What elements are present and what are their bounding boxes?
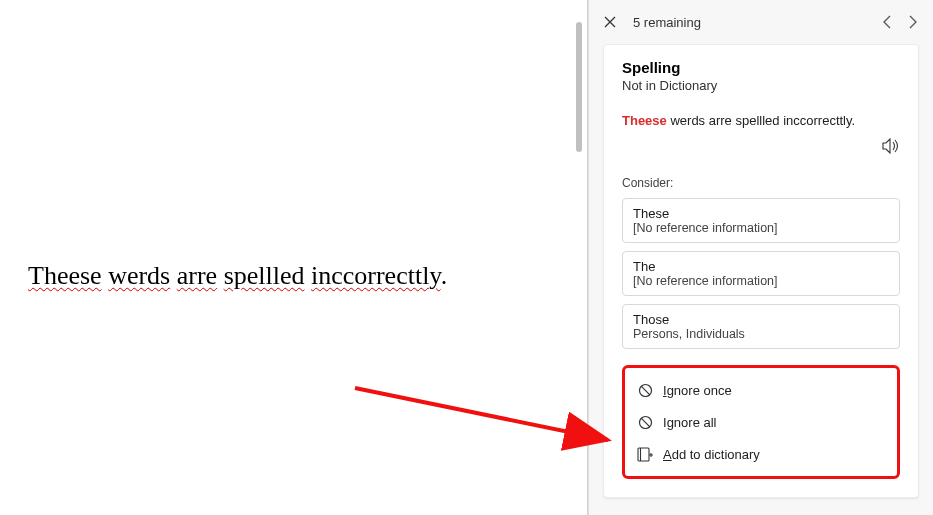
- scrollbar-thumb[interactable]: [576, 22, 582, 152]
- read-aloud-button[interactable]: [882, 138, 900, 154]
- suggestion-word: These: [633, 206, 889, 221]
- action-label: Ignore once: [663, 383, 732, 398]
- suggestion-info: Persons, Individuals: [633, 327, 889, 341]
- remaining-count: 5 remaining: [629, 15, 869, 30]
- misspelled-word[interactable]: inccorrecttly: [311, 261, 441, 290]
- document-area: Theese werds arre spellled inccorrecttly…: [0, 0, 588, 515]
- svg-line-5: [641, 418, 650, 427]
- card-subtitle: Not in Dictionary: [622, 78, 900, 93]
- svg-line-1: [355, 388, 608, 440]
- editor-pane: 5 remaining Spelling Not in Dictionary T…: [588, 0, 933, 515]
- nav-arrows: [881, 15, 919, 29]
- suggestion-word: The: [633, 259, 889, 274]
- misspelled-word[interactable]: arre: [177, 261, 217, 290]
- misspelled-word[interactable]: Theese: [28, 261, 102, 290]
- misspelled-word[interactable]: werds: [108, 261, 170, 290]
- panel-divider: [587, 0, 588, 515]
- ignore-actions-group: Ignore once Ignore all Add to dictionary: [622, 365, 900, 479]
- ignore-all-button[interactable]: Ignore all: [627, 406, 895, 438]
- ignore-once-button[interactable]: Ignore once: [627, 374, 895, 406]
- prohibit-icon: [637, 414, 653, 430]
- error-sentence: Theese werds arre spellled inccorrecttly…: [622, 113, 900, 128]
- pane-header: 5 remaining: [603, 0, 919, 44]
- close-icon[interactable]: [603, 15, 617, 29]
- svg-line-3: [641, 386, 650, 395]
- period: .: [441, 261, 448, 290]
- prohibit-icon: [637, 382, 653, 398]
- consider-label: Consider:: [622, 176, 900, 190]
- suggestion-info: [No reference information]: [633, 274, 889, 288]
- suggestion-item[interactable]: Those Persons, Individuals: [622, 304, 900, 349]
- suggestion-info: [No reference information]: [633, 221, 889, 235]
- misspelled-word[interactable]: spellled: [224, 261, 305, 290]
- next-issue-button[interactable]: [907, 15, 919, 29]
- svg-rect-6: [638, 448, 649, 461]
- card-title: Spelling: [622, 59, 900, 76]
- action-label: Ignore all: [663, 415, 717, 430]
- spelling-card: Spelling Not in Dictionary Theese werds …: [603, 44, 919, 498]
- suggestion-item[interactable]: The [No reference information]: [622, 251, 900, 296]
- suggestion-item[interactable]: These [No reference information]: [622, 198, 900, 243]
- document-text[interactable]: Theese werds arre spellled inccorrecttly…: [28, 260, 588, 291]
- error-word: Theese: [622, 113, 667, 128]
- add-to-dictionary-button[interactable]: Add to dictionary: [627, 438, 895, 470]
- suggestion-word: Those: [633, 312, 889, 327]
- sentence-remainder: werds arre spellled inccorrecttly.: [670, 113, 855, 128]
- prev-issue-button[interactable]: [881, 15, 893, 29]
- dictionary-add-icon: [637, 446, 653, 462]
- action-label: Add to dictionary: [663, 447, 760, 462]
